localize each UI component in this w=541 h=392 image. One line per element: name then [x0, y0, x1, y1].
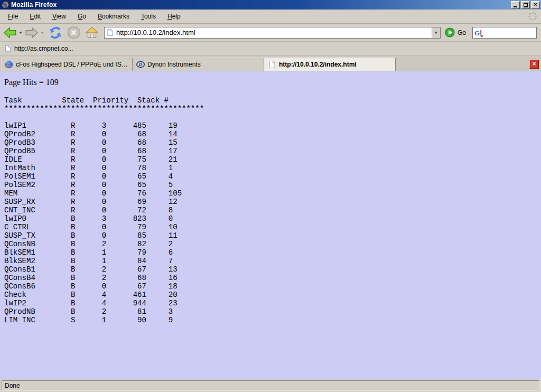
menu-file[interactable]: File [2, 11, 24, 22]
table-row: IDLE R 0 75 21 [4, 155, 541, 164]
tab-label: Dynon Instruments [147, 61, 260, 68]
close-tab-button[interactable]: × [529, 60, 539, 69]
url-dropdown-button[interactable] [432, 27, 440, 38]
tab-3[interactable]: http://10.0.10.2/index.html [264, 58, 396, 71]
reload-button[interactable] [49, 26, 62, 40]
reload-icon [49, 26, 62, 40]
table-row: QConsNB B 2 82 2 [4, 240, 541, 248]
menu-view[interactable]: View [46, 11, 72, 22]
menu-help[interactable]: Help [162, 11, 186, 22]
status-panel: Done [2, 380, 539, 390]
table-row: BlkSEM2 B 1 84 7 [4, 257, 541, 265]
table-row: QProdB5 R 0 68 17 [4, 147, 541, 155]
tab-label: http://10.0.10.2/index.html [279, 61, 392, 68]
bookmark-label: http://as.cmpnet.co... [14, 45, 73, 52]
table-row: QProdNB B 2 81 3 [4, 307, 541, 316]
menu-bar: FileEditViewGoBookmarksToolsHelp [0, 10, 541, 24]
bookmark-item[interactable]: http://as.cmpnet.co... [3, 44, 76, 53]
bookmarks-toolbar: http://as.cmpnet.co... [0, 42, 541, 56]
table-separator: ****************************************… [4, 105, 541, 113]
table-row: QConsB4 B 2 68 16 [4, 274, 541, 282]
close-button[interactable]: × [531, 1, 540, 9]
table-row: SUSP_TX B 0 85 11 [4, 231, 541, 240]
table-row: PolSEM2 R 0 65 5 [4, 181, 541, 189]
table-row: lwIP1 R 3 485 19 [4, 122, 541, 130]
close-icon: × [534, 2, 537, 7]
table-row: IntMath R 0 78 1 [4, 164, 541, 172]
table-row: CNT_INC R 0 72 8 [4, 206, 541, 214]
browser-window: Mozilla Firefox × FileEditViewGoBookmark… [0, 0, 541, 392]
go-button-label: Go [458, 29, 466, 36]
minimize-icon [514, 6, 517, 7]
page-hits-text: Page Hits = 109 [4, 78, 541, 87]
cfos-icon: cfos [5, 60, 13, 69]
go-icon [445, 27, 455, 38]
close-tab-icon: × [532, 60, 536, 68]
minimize-button[interactable] [511, 1, 520, 9]
page-icon [4, 45, 12, 52]
table-row: SUSP_RX R 0 69 12 [4, 198, 541, 206]
table-row: Check B 4 461 20 [4, 291, 541, 299]
table-row: lwIP2 B 4 944 23 [4, 299, 541, 307]
table-row: LIM_INC S 1 90 9 [4, 316, 541, 324]
back-icon [3, 26, 17, 40]
table-row: QProdB3 R 0 68 15 [4, 138, 541, 147]
restore-button[interactable] [521, 1, 530, 9]
tab-bar: cfoscFos Highspeed DSL / PPPoE und ISDN … [0, 56, 541, 71]
tab-label: cFos Highspeed DSL / PPPoE und ISDN CAP.… [16, 61, 129, 68]
forward-dropdown[interactable] [41, 32, 44, 34]
svg-text:D: D [138, 62, 143, 67]
tab-2[interactable]: DDynon Instruments [133, 58, 264, 71]
table-header: Task State Priority Stack # [4, 96, 541, 105]
table-row: PolSEM1 R 0 65 4 [4, 172, 541, 181]
table-row: QConsB6 B 0 67 18 [4, 282, 541, 291]
url-input[interactable] [116, 28, 432, 38]
table-row [4, 113, 541, 122]
task-table: Task State Priority Stack #*************… [4, 96, 541, 324]
firefox-icon [2, 1, 9, 8]
home-icon [85, 26, 99, 40]
table-row: QProdB2 R 0 68 14 [4, 130, 541, 138]
forward-icon [25, 26, 39, 40]
google-icon[interactable]: G [474, 29, 483, 37]
back-dropdown[interactable] [19, 32, 22, 34]
menu-edit[interactable]: Edit [24, 11, 46, 22]
url-bar [104, 27, 441, 39]
page-content: Page Hits = 109 Task State Priority Stac… [0, 71, 541, 379]
table-row: C_CTRL B 0 79 10 [4, 223, 541, 231]
dynon-icon: D [136, 60, 145, 69]
menu-items: FileEditViewGoBookmarksToolsHelp [2, 11, 527, 22]
menu-go[interactable]: Go [72, 11, 92, 22]
menu-tools[interactable]: Tools [135, 11, 162, 22]
title-bar: Mozilla Firefox × [0, 0, 541, 10]
tabs: cfoscFos Highspeed DSL / PPPoE und ISDN … [1, 58, 396, 71]
chevron-down-icon [434, 32, 437, 34]
svg-text:G: G [474, 29, 480, 36]
home-button[interactable] [85, 26, 99, 40]
menu-bookmarks[interactable]: Bookmarks [92, 11, 135, 22]
window-title: Mozilla Firefox [11, 1, 510, 8]
table-row: lwIP0 B 3 823 0 [4, 214, 541, 223]
status-text: Done [5, 382, 20, 389]
restore-icon [524, 3, 528, 7]
table-row: MEM R 0 76 105 [4, 189, 541, 198]
stop-button[interactable] [67, 26, 80, 39]
forward-button[interactable] [25, 26, 39, 40]
go-button[interactable]: Go [445, 27, 466, 38]
svg-text:cfos: cfos [6, 64, 12, 67]
throbber-icon [527, 11, 538, 22]
tab-1[interactable]: cfoscFos Highspeed DSL / PPPoE und ISDN … [1, 58, 133, 71]
stop-icon [67, 26, 80, 39]
page-icon [106, 29, 114, 36]
page-icon [268, 60, 276, 69]
navigation-toolbar: Go G [0, 24, 541, 42]
status-bar: Done [0, 379, 541, 392]
search-input[interactable] [484, 29, 536, 36]
back-button[interactable] [3, 26, 17, 40]
table-row: BlkSEM1 B 1 79 6 [4, 248, 541, 257]
search-box: G [472, 27, 537, 39]
table-row: QConsB1 B 2 67 13 [4, 265, 541, 274]
